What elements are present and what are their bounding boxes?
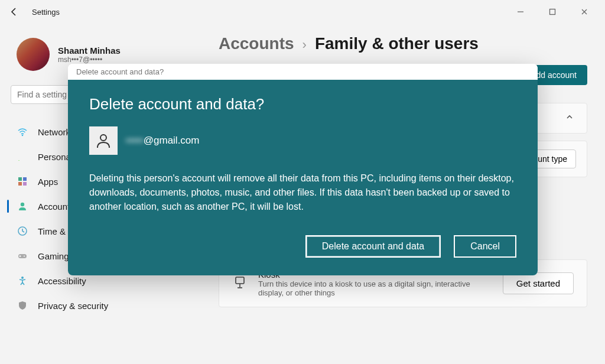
svg-rect-1 [550, 9, 555, 15]
app-title: Settings [32, 8, 60, 17]
user-email: msh•••7@••••• [58, 56, 121, 64]
user-name: Shaant Minhas [58, 46, 121, 56]
kiosk-icon [232, 275, 248, 292]
chevron-up-icon[interactable] [565, 113, 574, 124]
svg-point-10 [24, 256, 25, 257]
close-button[interactable] [575, 3, 593, 21]
svg-point-7 [21, 203, 24, 206]
svg-rect-6 [23, 182, 27, 186]
delete-account-dialog: Delete account and data? Delete account … [68, 64, 538, 275]
svg-point-15 [100, 135, 106, 141]
breadcrumb: Accounts › Family & other users [219, 34, 587, 53]
sidebar-item-label: Accessibility [38, 276, 86, 286]
svg-rect-4 [23, 177, 27, 181]
title-bar: Settings [0, 0, 605, 24]
gamepad-icon [17, 250, 28, 262]
maximize-button[interactable] [544, 3, 561, 21]
wifi-icon [17, 126, 28, 138]
svg-point-2 [22, 135, 24, 136]
dialog-user-row: •••••@gmail.com [89, 126, 516, 155]
sidebar-item-label: Apps [38, 177, 58, 187]
user-silhouette-icon [89, 126, 118, 155]
dialog-actions: Delete account and data Cancel [89, 235, 516, 258]
user-icon [17, 200, 28, 212]
brush-icon [17, 151, 28, 162]
sidebar-item-label: Gaming [38, 251, 69, 261]
kiosk-get-started-button[interactable]: Get started [503, 272, 574, 294]
back-button[interactable] [7, 5, 21, 19]
window-controls [512, 3, 598, 21]
kiosk-description: Turn this device into a kiosk to use as … [258, 280, 483, 297]
chevron-right-icon: › [302, 37, 307, 53]
dialog-body-text: Deleting this person's account will remo… [89, 171, 516, 214]
cancel-button[interactable]: Cancel [454, 235, 516, 258]
dialog-user-email: •••••@gmail.com [126, 135, 200, 147]
delete-account-confirm-button[interactable]: Delete account and data [305, 235, 441, 258]
breadcrumb-current: Family & other users [315, 34, 479, 53]
breadcrumb-parent[interactable]: Accounts [219, 34, 294, 53]
sidebar-item-privacy[interactable]: Privacy & security [11, 293, 190, 318]
svg-rect-12 [236, 277, 244, 284]
shield-icon [17, 300, 28, 311]
avatar [17, 38, 50, 71]
dialog-heading: Delete account and data? [89, 95, 516, 113]
accessibility-icon [17, 275, 28, 287]
svg-point-11 [21, 277, 24, 279]
sidebar-item-label: Privacy & security [38, 301, 108, 311]
minimize-button[interactable] [512, 3, 529, 21]
svg-rect-3 [18, 177, 22, 181]
clock-icon [17, 225, 28, 237]
apps-icon [17, 176, 28, 187]
svg-rect-5 [18, 182, 22, 186]
dialog-chrome-title: Delete account and data? [68, 64, 538, 80]
